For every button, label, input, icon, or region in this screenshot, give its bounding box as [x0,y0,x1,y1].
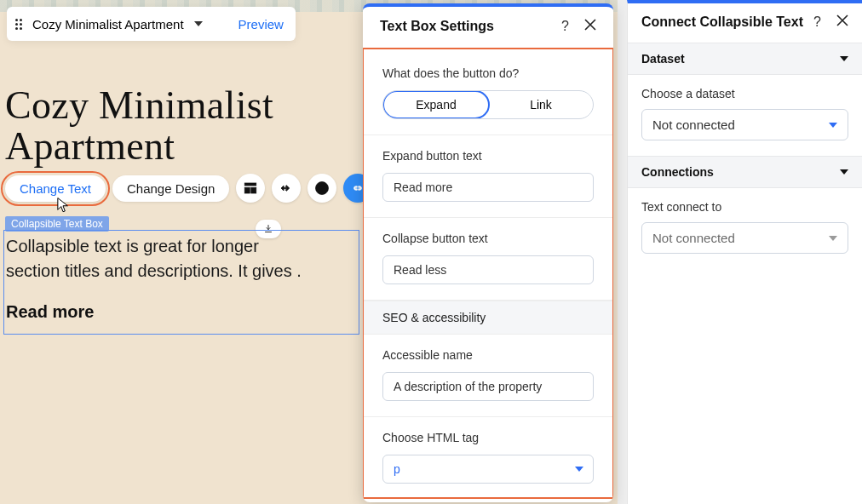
html-tag-label: Choose HTML tag [382,431,594,444]
change-text-button[interactable]: Change Text [5,175,106,202]
layout-icon[interactable] [236,174,265,203]
seg-expand[interactable]: Expand [382,90,490,119]
close-icon[interactable] [836,14,848,30]
change-design-button[interactable]: Change Design [112,175,229,202]
collapse-text-input[interactable] [382,255,594,284]
collapsible-text-box[interactable]: Collapsible text is great for longer sec… [3,230,359,335]
collapsible-body-l1: Collapsible text is great for longer [6,234,357,259]
dataset-header-label: Dataset [641,52,685,66]
drag-handle-icon[interactable] [15,19,22,30]
element-toolbar: Change Text Change Design ? [5,174,372,203]
heading-line-2: Apartment [5,126,273,167]
chevron-down-icon [840,56,848,61]
connections-section-header[interactable]: Connections [628,156,862,188]
settings-title: Text Box Settings [380,19,494,34]
preview-link[interactable]: Preview [238,17,284,32]
help-icon[interactable]: ? [307,174,336,203]
page-topbar: Cozy Minimalist Apartment Preview [7,7,296,41]
heading-line-1: Cozy Minimalist [5,85,273,126]
expand-text-label: Expand button text [382,149,594,163]
text-connect-select[interactable]: Not connected [641,222,848,254]
seo-header: SEO & accessibility [364,301,612,335]
accessible-name-label: Accessible name [382,348,594,362]
text-connect-value: Not connected [652,231,735,245]
page-name[interactable]: Cozy Minimalist Apartment [32,17,184,32]
connections-header-label: Connections [641,165,714,179]
html-tag-value[interactable] [382,455,594,484]
animation-icon[interactable] [272,174,301,203]
html-tag-select[interactable] [382,455,594,484]
svg-rect-2 [251,187,256,193]
chevron-down-icon [840,169,848,175]
chevron-down-icon[interactable] [194,21,203,26]
dataset-section-header[interactable]: Dataset [628,43,862,75]
svg-rect-0 [245,183,257,186]
text-connect-label: Text connect to [641,200,848,214]
expand-text-input[interactable] [382,173,594,202]
help-icon[interactable]: ? [813,14,821,30]
help-icon[interactable]: ? [561,19,569,34]
svg-rect-1 [245,187,250,193]
chevron-down-icon [829,123,837,128]
connect-panel: Connect Collapsible Text ? Dataset Choos… [627,0,862,504]
chevron-down-icon [575,467,583,472]
button-behavior-label: What does the button do? [382,66,594,80]
chevron-down-icon [829,236,837,241]
choose-dataset-label: Choose a dataset [641,87,848,100]
behavior-segmented[interactable]: Expand Link [382,90,594,119]
page-heading[interactable]: Cozy Minimalist Apartment [5,85,273,168]
collapse-text-label: Collapse button text [382,232,594,245]
text-box-settings-panel: Text Box Settings ? What does the button… [363,3,613,502]
dataset-select[interactable]: Not connected [641,109,848,140]
close-icon[interactable] [584,19,596,34]
connect-title: Connect Collapsible Text [641,14,803,30]
collapsible-body-l2: section titles and descriptions. It give… [6,259,357,284]
seg-link[interactable]: Link [489,91,593,118]
read-more-button[interactable]: Read more [6,302,357,322]
svg-text:?: ? [319,183,325,193]
dataset-value: Not connected [652,117,735,132]
accessible-name-input[interactable] [382,372,594,401]
